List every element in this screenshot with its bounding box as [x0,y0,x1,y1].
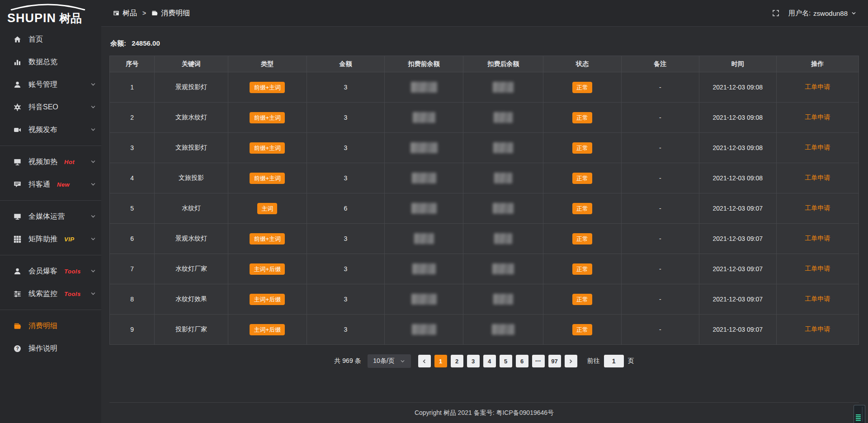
page-size-select[interactable]: 10条/页 [368,354,411,368]
cell-remark: - [621,163,699,193]
prev-page-button[interactable] [418,355,431,367]
cell-action: 工单申请 [776,163,859,193]
menu-tag-hot: Hot [64,159,75,165]
menu-divider [0,255,101,255]
breadcrumb-root[interactable]: 树品 [113,9,137,18]
main-area: 树品 > 消费明细 用户名: zswodun88 [101,0,868,423]
menu-tag-tools: Tools [64,268,81,275]
pagination: 共 969 条 10条/页 123456•••97 前往 页 [109,354,859,368]
table-body: 1景观投影灯前缀+主词3正常-2021-12-03 09:08工单申请2文旅水纹… [110,72,859,345]
page-button-97[interactable]: 97 [548,355,561,367]
type-badge: 前缀+主词 [250,112,285,123]
cell-status: 正常 [543,284,621,315]
user-menu[interactable]: 用户名: zswodun88 [788,9,856,18]
sidebar-item-label: 线索监控 [28,289,57,299]
column-header: 操作 [776,56,859,72]
sidebar-item-data-overview[interactable]: 数据总览 [0,51,101,73]
goto-label: 前往 [587,357,600,365]
ticket-apply-link[interactable]: 工单申请 [805,174,830,181]
type-badge: 主词 [257,203,277,214]
cell-index: 9 [110,315,155,345]
sidebar-item-consumption-detail[interactable]: 消费明细 [0,315,101,337]
cell-time: 2021-12-03 09:07 [699,315,776,345]
ticket-apply-link[interactable]: 工单申请 [805,144,830,151]
ticket-apply-link[interactable]: 工单申请 [805,235,830,242]
sidebar-item-all-media-operation[interactable]: 全媒体运营 [0,205,101,228]
page-button-2[interactable]: 2 [451,355,463,367]
masked-balance-before [412,173,436,183]
cell-remark: - [621,133,699,163]
cell-time: 2021-12-03 09:07 [699,284,776,315]
cell-status: 正常 [543,315,621,345]
page-button-6[interactable]: 6 [516,355,528,367]
sidebar-item-douketong[interactable]: 抖客通New [0,173,101,196]
cell-keyword: 水纹灯厂家 [155,254,228,284]
fullscreen-icon[interactable] [772,9,779,17]
logo-text-cn: 树品 [59,11,82,26]
masked-balance-after [494,173,512,183]
page-button-3[interactable]: 3 [467,355,480,367]
cell-keyword: 水纹灯 [155,193,228,224]
user-icon [14,268,21,275]
cell-index: 6 [110,224,155,254]
ticket-apply-link[interactable]: 工单申请 [805,83,830,90]
cell-time: 2021-12-03 09:07 [699,254,776,284]
breadcrumb-current[interactable]: 消费明细 [151,9,190,18]
user-icon [14,81,21,89]
sidebar-item-account-management[interactable]: 账号管理 [0,73,101,96]
sidebar-item-member-burst[interactable]: 会员爆客Tools [0,260,101,282]
cell-amount: 6 [307,193,384,224]
logo-arc [8,4,88,10]
corner-widget [854,405,865,423]
masked-balance-after [493,82,514,93]
cell-remark: - [621,284,699,315]
masked-balance-before [412,263,436,274]
goto-page-input[interactable] [604,355,624,367]
cell-balance-after [463,224,543,254]
sidebar: SHUPIN 树品 首页数据总览账号管理抖音SEO视频发布视频加热Hot抖客通N… [0,0,101,423]
table-row: 9投影灯厂家主词+后缀3正常-2021-12-03 09:07工单申请 [110,315,859,345]
sidebar-item-instructions[interactable]: ?操作说明 [0,337,101,360]
screen-play-icon [14,158,21,166]
ticket-apply-link[interactable]: 工单申请 [805,295,830,302]
status-badge: 正常 [572,263,592,275]
sidebar-item-home[interactable]: 首页 [0,28,101,51]
sidebar-item-label: 首页 [28,35,43,44]
cell-balance-before [385,72,463,103]
cell-type: 前缀+主词 [228,224,307,254]
masked-balance-after [492,263,514,274]
page-button-1[interactable]: 1 [434,355,447,367]
consumption-table: 序号关键词类型金额扣费前余额扣费后余额状态备注时间操作 1景观投影灯前缀+主词3… [109,56,859,345]
next-page-button[interactable] [565,355,577,367]
sidebar-item-label: 数据总览 [28,57,57,67]
ticket-apply-link[interactable]: 工单申请 [805,113,830,121]
table-row: 3文旅投影灯前缀+主词3正常-2021-12-03 09:08工单申请 [110,133,859,163]
cell-index: 1 [110,72,155,103]
sidebar-item-matrix-boost[interactable]: 矩阵助推VIP [0,228,101,250]
page-ellipsis[interactable]: ••• [532,355,545,367]
page-button-4[interactable]: 4 [483,355,496,367]
cell-balance-before [385,103,463,133]
cell-type: 前缀+主词 [228,103,307,133]
ticket-apply-link[interactable]: 工单申请 [805,325,830,333]
chevron-down-icon [90,159,96,164]
sidebar-item-video-publish[interactable]: 视频发布 [0,118,101,141]
wallet-icon [14,322,21,330]
cell-action: 工单申请 [776,224,859,254]
sidebar-item-clue-monitor[interactable]: 线索监控Tools [0,282,101,305]
page-button-5[interactable]: 5 [500,355,512,367]
sidebar-item-douyin-seo[interactable]: 抖音SEO [0,96,101,118]
cell-action: 工单申请 [776,315,859,345]
footer: Copyright 树品 2021 备案号: 粤ICP备09019646号 [109,402,859,423]
column-header: 状态 [543,56,621,72]
cell-balance-after [463,163,543,193]
sidebar-item-video-heat[interactable]: 视频加热Hot [0,150,101,173]
cell-keyword: 文旅投影 [155,163,228,193]
ticket-apply-link[interactable]: 工单申请 [805,265,830,272]
ticket-apply-link[interactable]: 工单申请 [805,204,830,212]
sidebar-item-label: 会员爆客 [28,267,57,276]
cell-keyword: 景观投影灯 [155,72,228,103]
masked-balance-before [410,142,438,153]
cell-balance-after [463,103,543,133]
chevron-down-icon [90,214,96,219]
